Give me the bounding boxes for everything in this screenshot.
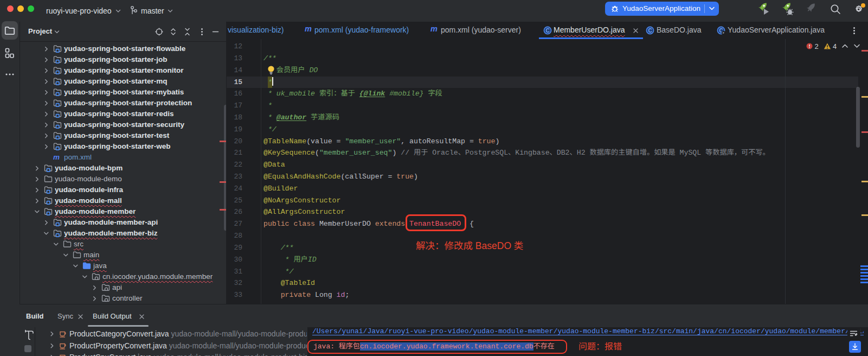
svg-text:4: 4	[833, 42, 837, 50]
svg-text:C: C	[545, 28, 549, 34]
svg-text:C: C	[648, 28, 652, 34]
svg-text:2: 2	[815, 42, 819, 50]
svg-text:m: m	[53, 153, 60, 161]
